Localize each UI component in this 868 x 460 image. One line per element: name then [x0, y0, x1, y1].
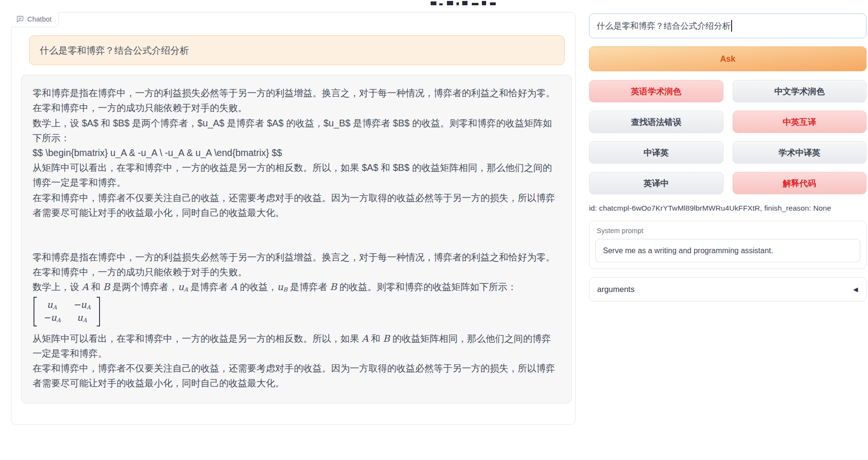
- system-prompt-value: Serve me as a writing and programming as…: [603, 247, 773, 255]
- ask-button-label: Ask: [720, 54, 735, 64]
- action-button-explain-code[interactable]: 解释代码: [733, 172, 867, 194]
- bot-message-line: 零和博弈是指在博弈中，一方的利益损失必然等于另一方的利益增益。换言之，对于每一种…: [33, 86, 560, 115]
- action-button-label: 解释代码: [783, 178, 816, 189]
- action-button-academic-zh-to-en[interactable]: 学术中译英: [733, 141, 867, 164]
- action-button-label: 英语学术润色: [631, 86, 681, 97]
- action-button-chinese-academic-polish[interactable]: 中文学术润色: [733, 80, 867, 102]
- clipped-page-heading: [430, 0, 501, 6]
- message-paragraph-gap: [33, 220, 560, 250]
- action-button-english-academic-polish[interactable]: 英语学术润色: [589, 80, 723, 102]
- bot-message-line: $$ \begin{bmatrix} u_A & -u_A \ -u_A & u…: [33, 146, 560, 160]
- user-message-bubble: 什么是零和博弈？结合公式介绍分析: [29, 35, 565, 65]
- action-button-label: 中译英: [644, 147, 669, 158]
- action-button-label: 查找语法错误: [631, 116, 681, 128]
- bot-message-line: 在零和博弈中，博弈者不仅要关注自己的收益，还需要考虑对手的收益。因为一方取得的收…: [33, 191, 560, 220]
- system-prompt-label: System prompt: [597, 227, 860, 235]
- app-container: Chatbot 什么是零和博弈？结合公式介绍分析 零和博弈是指在博弈中，一方的利…: [11, 12, 867, 425]
- bot-message: 零和博弈是指在博弈中，一方的利益损失必然等于另一方的利益增益。换言之，对于每一种…: [33, 86, 560, 391]
- bot-message-line: 在零和博弈中，博弈者不仅要关注自己的收益，还需要考虑对手的收益。因为一方取得的收…: [33, 361, 560, 391]
- action-button-label: 中文学术润色: [774, 86, 824, 97]
- bot-message-bubble: 零和博弈是指在博弈中，一方的利益损失必然等于另一方的利益增益。换言之，对于每一种…: [21, 75, 572, 404]
- action-button-label: 学术中译英: [779, 147, 821, 158]
- action-button-grid: 英语学术润色中文学术润色查找语法错误中英互译中译英学术中译英英译中解释代码: [589, 80, 867, 194]
- text-cursor: [731, 20, 732, 32]
- action-button-zh-en-mutual-translate[interactable]: 中英互译: [733, 111, 867, 133]
- status-line: id: chatcmpl-6wOo7KrYTwMl89lbrMWRu4UkFFX…: [589, 204, 867, 213]
- chatbot-label-text: Chatbot: [27, 15, 52, 23]
- system-prompt-group: System prompt Serve me as a writing and …: [589, 221, 867, 269]
- bot-message-line: uA−uA−uAuA: [33, 295, 560, 331]
- action-button-label: 中英互译: [783, 116, 816, 128]
- user-message-text: 什么是零和博弈？结合公式介绍分析: [40, 45, 189, 56]
- chatbot-label: Chatbot: [11, 12, 59, 27]
- bot-message-line: 数学上，设 A 和 B 是两个博弈者，uA 是博弈者 A 的收益，uB 是博弈者…: [33, 280, 560, 295]
- action-button-zh-to-en[interactable]: 中译英: [589, 141, 723, 164]
- bot-message-line: 零和博弈是指在博弈中，一方的利益损失必然等于另一方的利益增益。换言之，对于每一种…: [33, 250, 560, 280]
- message-list: 什么是零和博弈？结合公式介绍分析 零和博弈是指在博弈中，一方的利益损失必然等于另…: [11, 12, 575, 404]
- question-input[interactable]: 什么是零和博弈？结合公式介绍分析: [589, 13, 867, 38]
- action-button-label: 英译中: [644, 178, 669, 189]
- action-button-en-to-zh[interactable]: 英译中: [589, 172, 723, 194]
- chat-bubble-icon: [16, 15, 24, 23]
- arguments-accordion[interactable]: arguments ◀: [589, 277, 867, 302]
- arguments-accordion-label: arguments: [597, 285, 634, 294]
- system-prompt-input[interactable]: Serve me as a writing and programming as…: [595, 239, 860, 262]
- control-column: 什么是零和博弈？结合公式介绍分析 Ask 英语学术润色中文学术润色查找语法错误中…: [589, 12, 867, 425]
- bot-message-line: 从矩阵中可以看出，在零和博弈中，一方的收益是另一方的相反数。所以，如果 A 和 …: [33, 331, 560, 361]
- chatbot-panel: Chatbot 什么是零和博弈？结合公式介绍分析 零和博弈是指在博弈中，一方的利…: [11, 12, 576, 425]
- action-button-find-grammar-errors[interactable]: 查找语法错误: [589, 111, 723, 133]
- bot-message-line: 从矩阵中可以看出，在零和博弈中，一方的收益是另一方的相反数。所以，如果 $A$ …: [33, 160, 560, 190]
- question-input-value: 什么是零和博弈？结合公式介绍分析: [597, 20, 731, 32]
- bot-message-line: 数学上，设 $A$ 和 $B$ 是两个博弈者，$u_A$ 是博弈者 $A$ 的收…: [33, 116, 560, 146]
- accordion-collapsed-icon: ◀: [853, 286, 858, 293]
- ask-button[interactable]: Ask: [589, 46, 867, 71]
- payoff-matrix: uA−uA−uAuA: [33, 297, 100, 326]
